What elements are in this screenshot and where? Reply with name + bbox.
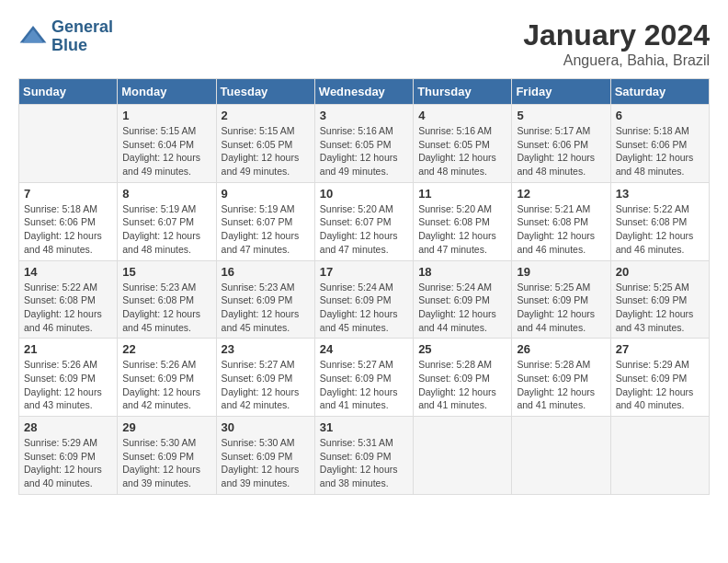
day-number: 15 [122, 265, 210, 279]
day-info: Sunrise: 5:26 AMSunset: 6:09 PMDaylight:… [24, 358, 112, 412]
calendar-cell: 2Sunrise: 5:15 AMSunset: 6:05 PMDaylight… [216, 105, 314, 183]
logo: General Blue [18, 18, 113, 55]
calendar-cell: 26Sunrise: 5:28 AMSunset: 6:09 PMDayligh… [512, 339, 610, 417]
day-info: Sunrise: 5:31 AMSunset: 6:09 PMDaylight:… [320, 436, 408, 490]
day-number: 26 [517, 342, 605, 356]
calendar-cell: 27Sunrise: 5:29 AMSunset: 6:09 PMDayligh… [610, 339, 709, 417]
day-info: Sunrise: 5:29 AMSunset: 6:09 PMDaylight:… [24, 436, 112, 490]
calendar-cell: 17Sunrise: 5:24 AMSunset: 6:09 PMDayligh… [314, 260, 413, 339]
calendar-cell: 20Sunrise: 5:25 AMSunset: 6:09 PMDayligh… [610, 260, 709, 339]
calendar-week-row: 21Sunrise: 5:26 AMSunset: 6:09 PMDayligh… [19, 339, 710, 417]
title-area: January 2024 Anguera, Bahia, Brazil [523, 18, 710, 69]
day-number: 11 [418, 187, 506, 201]
weekday-header: Thursday [414, 79, 512, 105]
calendar-cell: 7Sunrise: 5:18 AMSunset: 6:06 PMDaylight… [19, 182, 118, 260]
calendar-cell: 31Sunrise: 5:31 AMSunset: 6:09 PMDayligh… [314, 417, 413, 495]
day-number: 16 [222, 265, 310, 279]
day-number: 29 [122, 420, 210, 434]
day-info: Sunrise: 5:15 AMSunset: 6:04 PMDaylight:… [122, 124, 210, 178]
day-info: Sunrise: 5:25 AMSunset: 6:09 PMDaylight:… [616, 281, 704, 335]
day-number: 14 [24, 265, 112, 279]
day-number: 20 [616, 265, 704, 279]
day-info: Sunrise: 5:23 AMSunset: 6:09 PMDaylight:… [222, 281, 310, 335]
day-number: 25 [418, 342, 506, 356]
day-number: 19 [517, 265, 605, 279]
day-info: Sunrise: 5:29 AMSunset: 6:09 PMDaylight:… [616, 358, 704, 412]
day-number: 17 [320, 265, 408, 279]
calendar-cell: 15Sunrise: 5:23 AMSunset: 6:08 PMDayligh… [118, 260, 216, 339]
calendar-week-row: 14Sunrise: 5:22 AMSunset: 6:08 PMDayligh… [19, 260, 710, 339]
calendar-cell: 16Sunrise: 5:23 AMSunset: 6:09 PMDayligh… [216, 260, 314, 339]
calendar-cell: 4Sunrise: 5:16 AMSunset: 6:05 PMDaylight… [414, 105, 512, 183]
day-number: 8 [122, 187, 210, 201]
day-number: 1 [122, 109, 210, 122]
day-number: 3 [320, 109, 408, 122]
calendar-cell: 18Sunrise: 5:24 AMSunset: 6:09 PMDayligh… [414, 260, 512, 339]
calendar-cell: 1Sunrise: 5:15 AMSunset: 6:04 PMDaylight… [118, 105, 216, 183]
day-number: 12 [517, 187, 605, 201]
calendar-week-row: 1Sunrise: 5:15 AMSunset: 6:04 PMDaylight… [19, 105, 710, 183]
day-number: 18 [418, 265, 506, 279]
day-info: Sunrise: 5:16 AMSunset: 6:05 PMDaylight:… [320, 124, 408, 178]
calendar-cell [414, 417, 512, 495]
day-info: Sunrise: 5:21 AMSunset: 6:08 PMDaylight:… [517, 202, 605, 257]
day-number: 30 [222, 420, 310, 434]
day-info: Sunrise: 5:27 AMSunset: 6:09 PMDaylight:… [320, 358, 408, 412]
day-number: 9 [222, 187, 310, 201]
day-info: Sunrise: 5:28 AMSunset: 6:09 PMDaylight:… [418, 358, 506, 412]
day-info: Sunrise: 5:27 AMSunset: 6:09 PMDaylight:… [222, 358, 310, 412]
day-info: Sunrise: 5:20 AMSunset: 6:07 PMDaylight:… [320, 202, 408, 257]
calendar-cell: 8Sunrise: 5:19 AMSunset: 6:07 PMDaylight… [118, 182, 216, 260]
weekday-header-row: SundayMondayTuesdayWednesdayThursdayFrid… [19, 79, 710, 105]
day-number: 13 [616, 187, 704, 201]
weekday-header: Saturday [610, 79, 709, 105]
weekday-header: Tuesday [216, 79, 314, 105]
calendar-cell: 3Sunrise: 5:16 AMSunset: 6:05 PMDaylight… [314, 105, 413, 183]
day-info: Sunrise: 5:15 AMSunset: 6:05 PMDaylight:… [222, 124, 310, 178]
day-info: Sunrise: 5:19 AMSunset: 6:07 PMDaylight:… [222, 202, 310, 257]
day-number: 6 [616, 109, 704, 122]
calendar-cell [19, 105, 118, 183]
day-number: 31 [320, 420, 408, 434]
day-info: Sunrise: 5:24 AMSunset: 6:09 PMDaylight:… [320, 281, 408, 335]
day-info: Sunrise: 5:24 AMSunset: 6:09 PMDaylight:… [418, 281, 506, 335]
weekday-header: Friday [512, 79, 610, 105]
day-info: Sunrise: 5:23 AMSunset: 6:08 PMDaylight:… [122, 281, 210, 335]
day-number: 7 [24, 187, 112, 201]
calendar-cell: 10Sunrise: 5:20 AMSunset: 6:07 PMDayligh… [314, 182, 413, 260]
day-number: 21 [24, 342, 112, 356]
day-number: 10 [320, 187, 408, 201]
calendar-week-row: 7Sunrise: 5:18 AMSunset: 6:06 PMDaylight… [19, 182, 710, 260]
day-info: Sunrise: 5:30 AMSunset: 6:09 PMDaylight:… [122, 436, 210, 490]
calendar-cell [512, 417, 610, 495]
logo-text: General Blue [51, 18, 113, 55]
day-number: 4 [418, 109, 506, 122]
weekday-header: Sunday [19, 79, 118, 105]
day-info: Sunrise: 5:30 AMSunset: 6:09 PMDaylight:… [222, 436, 310, 490]
day-number: 23 [222, 342, 310, 356]
calendar-cell: 29Sunrise: 5:30 AMSunset: 6:09 PMDayligh… [118, 417, 216, 495]
day-info: Sunrise: 5:19 AMSunset: 6:07 PMDaylight:… [122, 202, 210, 257]
day-number: 28 [24, 420, 112, 434]
location-title: Anguera, Bahia, Brazil [523, 52, 710, 69]
calendar-cell: 5Sunrise: 5:17 AMSunset: 6:06 PMDaylight… [512, 105, 610, 183]
month-title: January 2024 [523, 18, 710, 52]
day-number: 24 [320, 342, 408, 356]
calendar-cell: 30Sunrise: 5:30 AMSunset: 6:09 PMDayligh… [216, 417, 314, 495]
calendar-cell: 23Sunrise: 5:27 AMSunset: 6:09 PMDayligh… [216, 339, 314, 417]
calendar-cell: 6Sunrise: 5:18 AMSunset: 6:06 PMDaylight… [610, 105, 709, 183]
calendar-cell: 21Sunrise: 5:26 AMSunset: 6:09 PMDayligh… [19, 339, 118, 417]
calendar-table: SundayMondayTuesdayWednesdayThursdayFrid… [18, 78, 710, 495]
calendar-week-row: 28Sunrise: 5:29 AMSunset: 6:09 PMDayligh… [19, 417, 710, 495]
day-info: Sunrise: 5:25 AMSunset: 6:09 PMDaylight:… [517, 281, 605, 335]
day-info: Sunrise: 5:26 AMSunset: 6:09 PMDaylight:… [122, 358, 210, 412]
day-number: 27 [616, 342, 704, 356]
calendar-cell: 12Sunrise: 5:21 AMSunset: 6:08 PMDayligh… [512, 182, 610, 260]
calendar-cell: 13Sunrise: 5:22 AMSunset: 6:08 PMDayligh… [610, 182, 709, 260]
calendar-cell [610, 417, 709, 495]
day-info: Sunrise: 5:22 AMSunset: 6:08 PMDaylight:… [616, 202, 704, 257]
day-info: Sunrise: 5:18 AMSunset: 6:06 PMDaylight:… [616, 124, 704, 178]
day-number: 5 [517, 109, 605, 122]
day-info: Sunrise: 5:17 AMSunset: 6:06 PMDaylight:… [517, 124, 605, 178]
calendar-cell: 24Sunrise: 5:27 AMSunset: 6:09 PMDayligh… [314, 339, 413, 417]
